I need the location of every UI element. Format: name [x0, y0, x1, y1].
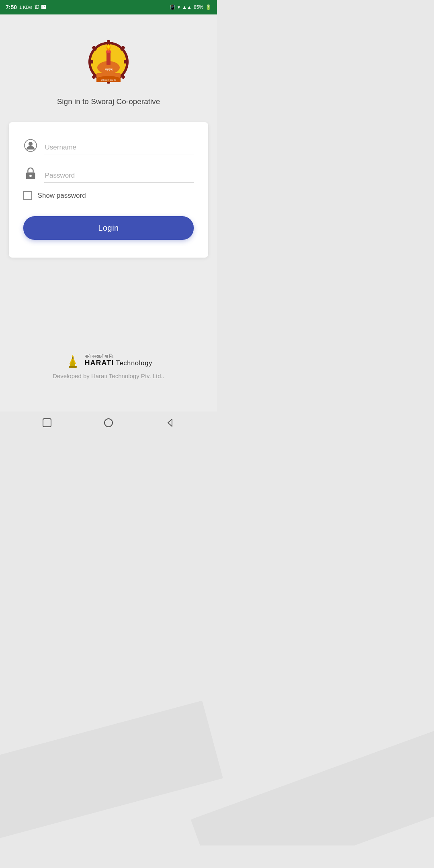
- gallery-icon: 🖼: [35, 5, 39, 10]
- footer-area: बारो नक्सालों या सि. HARATI Technology D…: [0, 336, 217, 387]
- svg-point-15: [107, 45, 110, 49]
- footer-company-info: बारो नक्सालों या सि. HARATI Technology: [85, 354, 153, 367]
- logo-area: स्वराज कृषि सहकारी संस्था लि. Sign in to…: [49, 14, 168, 118]
- status-time: 7:50: [6, 4, 17, 10]
- lock-icon: [23, 166, 38, 181]
- status-right: 📳 ▾ ▲▲ 85% 🔋: [170, 4, 211, 10]
- battery-text: 85%: [194, 4, 203, 10]
- svg-rect-28: [69, 366, 77, 368]
- vibrate-icon: 📳: [170, 4, 176, 10]
- status-bar: 7:50 1 KB/s 🖼 🅿 📳 ▾ ▲▲ 85% 🔋: [0, 0, 217, 14]
- nav-square-icon[interactable]: [41, 417, 53, 429]
- parking-icon: 🅿: [41, 5, 46, 10]
- signal-icon: ▲▲: [182, 4, 192, 10]
- svg-marker-27: [72, 355, 74, 357]
- login-button[interactable]: Login: [23, 216, 194, 240]
- svg-rect-29: [43, 419, 51, 427]
- username-field-wrapper: [44, 141, 194, 154]
- footer-logo: बारो नक्सालों या सि. HARATI Technology: [65, 352, 153, 368]
- password-input[interactable]: [44, 169, 194, 182]
- show-password-row[interactable]: Show password: [23, 191, 194, 200]
- svg-text:स्वराज: स्वराज: [104, 68, 113, 72]
- username-row: [23, 138, 194, 154]
- data-speed: 1 KB/s: [19, 5, 32, 10]
- show-password-label: Show password: [38, 192, 86, 200]
- svg-point-30: [104, 419, 113, 427]
- svg-rect-22: [29, 175, 32, 177]
- svg-rect-4: [88, 60, 93, 63]
- status-left: 7:50 1 KB/s 🖼 🅿: [6, 4, 46, 10]
- svg-text:कृषि सहकारी संस्था लि.: कृषि सहकारी संस्था लि.: [100, 79, 117, 82]
- footer-developed-text: Developed by Harati Technology Ptv. Ltd.…: [53, 373, 164, 379]
- user-icon: [23, 138, 38, 153]
- login-card: Show password Login: [9, 122, 209, 258]
- footer-nepali-text: बारो नक्सालों या सि.: [85, 354, 153, 359]
- show-password-checkbox[interactable]: [23, 191, 32, 200]
- svg-rect-12: [106, 51, 111, 65]
- wifi-icon: ▾: [178, 4, 180, 10]
- username-input[interactable]: [44, 141, 194, 154]
- nav-bar: [0, 411, 217, 434]
- battery-icon: 🔋: [205, 4, 211, 10]
- sign-in-title: Sign in to Sworaj Co-operative: [57, 97, 160, 106]
- svg-marker-31: [168, 419, 172, 426]
- password-row: [23, 166, 194, 182]
- harati-logo-icon: [65, 352, 81, 368]
- svg-rect-5: [124, 60, 129, 63]
- footer-brand-suffix: Technology: [114, 360, 152, 366]
- svg-point-20: [29, 142, 33, 146]
- nav-circle-icon[interactable]: [102, 417, 115, 429]
- password-field-wrapper: [44, 169, 194, 182]
- nav-back-icon[interactable]: [164, 417, 176, 429]
- footer-brand-name: HARATI: [85, 359, 114, 367]
- main-content: स्वराज कृषि सहकारी संस्था लि. Sign in to…: [0, 14, 217, 411]
- app-logo: स्वराज कृषि सहकारी संस्था लि.: [82, 39, 135, 91]
